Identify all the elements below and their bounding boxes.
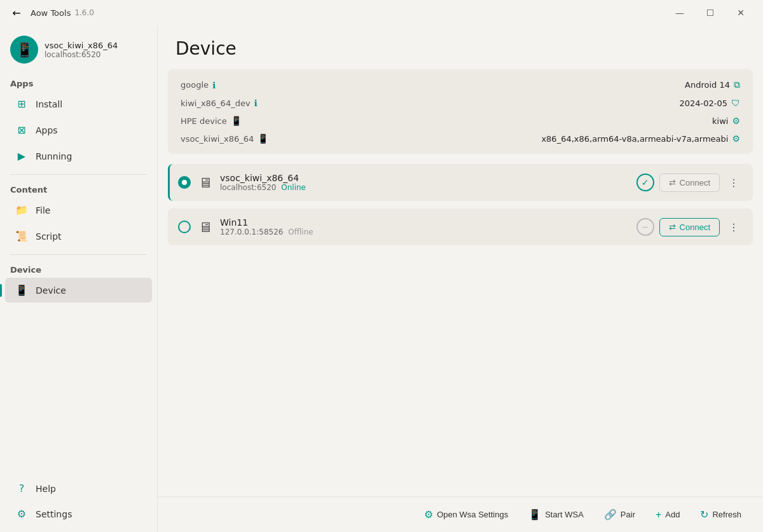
info-value-arch: x86_64,x86,arm64-v8a,armeabi-v7a,armeabi [541,134,728,144]
status-check-icon-device1: ✓ [636,174,654,191]
device-card-1-host: localhost:6520 Online [220,183,629,192]
device-card-1-name: vsoc_kiwi_x86_64 [220,173,629,183]
pair-button[interactable]: 🔗 Pair [595,503,644,526]
phone-icon-hpe: 📱 [231,116,242,126]
device-avatar-icon: 📱 [16,42,33,58]
pair-label: Pair [621,510,635,519]
app-version: 1.6.0 [74,8,94,17]
back-button[interactable]: ← [8,4,25,22]
content-section-header: Content [0,180,157,197]
info-label-vsoc: vsoc_kiwi_x86_64 [181,134,254,144]
sidebar-item-running[interactable]: ▶ Running [5,144,152,168]
add-button[interactable]: + Add [647,504,689,526]
pair-icon: 🔗 [604,508,617,521]
app-name: Aow Tools [31,8,71,18]
radio-button-device1[interactable] [178,176,191,189]
connect-button-device2[interactable]: ⇄ Connect [659,218,720,236]
script-icon: 📜 [15,230,28,242]
device-card-1-host-text: localhost:6520 [220,183,276,192]
avatar: 📱 [10,36,38,64]
bottom-toolbar: ⚙ Open Wsa Settings 📱 Start WSA 🔗 Pair +… [158,496,763,532]
open-wsa-settings-button[interactable]: ⚙ Open Wsa Settings [415,503,517,526]
start-wsa-icon: 📱 [528,508,541,521]
sidebar-item-install-label: Install [36,99,62,109]
maximize-button[interactable]: ☐ [696,3,725,23]
sidebar-item-file[interactable]: 📁 File [5,198,152,222]
monitor-icon-device1: 🖥 [198,175,212,191]
shield-icon[interactable]: 🛡 [731,98,740,108]
sidebar-item-device-label: Device [36,285,66,296]
phone-icon-vsoc: 📱 [258,133,268,144]
device-section-header: Device [0,260,157,277]
device-card-2-host-text: 127.0.0.1:58526 [220,228,283,236]
sidebar: 📱 vsoc_kiwi_x86_64 localhost:6520 Apps ⊞… [0,25,158,532]
connect-button-device1[interactable]: ⇄ Connect [659,174,720,192]
device-card-2-actions: − ⇄ Connect ⋮ [636,218,743,236]
page-header: Device [158,25,763,69]
sidebar-bottom: ? Help ⚙ Settings [0,475,157,527]
more-button-device1[interactable]: ⋮ [725,174,743,191]
device-card-1-actions: ✓ ⇄ Connect ⋮ [636,174,743,192]
more-button-device2[interactable]: ⋮ [725,218,743,236]
device-card-1[interactable]: 🖥 vsoc_kiwi_x86_64 localhost:6520 Online… [168,164,753,201]
minimize-button[interactable]: — [665,3,694,23]
wsa-settings-icon: ⚙ [424,508,433,521]
device-name: vsoc_kiwi_x86_64 [45,41,118,50]
info-row-2-right: 2024-02-05 🛡 [460,98,740,108]
connect-arrows-icon-device2: ⇄ [669,222,676,232]
sidebar-item-script[interactable]: 📜 Script [5,224,152,249]
device-host: localhost:6520 [45,50,118,59]
sidebar-item-apps-label: Apps [36,125,58,135]
device-card-2-details: Win11 127.0.0.1:58526 Offline [220,217,629,236]
app-body: 📱 vsoc_kiwi_x86_64 localhost:6520 Apps ⊞… [0,25,763,532]
main-content: Device google ℹ Android 14 ⧉ kiwi_x86_64… [158,25,763,532]
copy-icon-android[interactable]: ⧉ [734,79,740,90]
close-button[interactable]: ✕ [726,3,755,23]
refresh-label: Refresh [712,510,741,519]
info-row-3-left: HPE device 📱 [181,116,460,126]
open-wsa-settings-label: Open Wsa Settings [437,510,508,519]
device-card-2-host: 127.0.0.1:58526 Offline [220,228,629,236]
running-icon: ▶ [15,150,28,162]
start-wsa-button[interactable]: 📱 Start WSA [519,503,593,526]
status-minus-icon-device2: − [636,218,654,236]
apps-section-header: Apps [0,74,157,91]
sidebar-item-install[interactable]: ⊞ Install [5,92,152,116]
add-label: Add [665,510,680,519]
info-value-kiwi: kiwi [712,116,728,126]
device-card-2-name: Win11 [220,217,629,228]
sidebar-item-device[interactable]: 📱 Device [5,278,152,303]
refresh-icon: ↻ [700,508,708,521]
info-row-3-right: kiwi ⚙ [460,116,740,126]
titlebar: ← Aow Tools 1.6.0 — ☐ ✕ [0,0,763,25]
sidebar-item-apps[interactable]: ⊠ Apps [5,118,152,142]
sidebar-item-running-label: Running [36,151,72,161]
device-icon: 📱 [15,284,28,296]
sidebar-item-help[interactable]: ? Help [5,476,152,501]
gear-icon-kiwi[interactable]: ⚙ [732,116,740,126]
radio-button-device2[interactable] [178,221,191,233]
settings-icon-arch[interactable]: ⚙ [732,133,740,144]
add-icon: + [656,509,661,521]
window-controls: — ☐ ✕ [665,3,755,23]
info-row-1-right: Android 14 ⧉ [460,79,740,90]
connect-label-device1: Connect [680,178,710,188]
info-row-2-left: kiwi_x86_64_dev ℹ [181,98,460,108]
info-row-4-right: x86_64,x86,arm64-v8a,armeabi-v7a,armeabi… [460,133,740,144]
info-value-android: Android 14 [685,80,730,90]
connect-label-device2: Connect [680,222,710,232]
sidebar-item-script-label: Script [36,231,62,242]
connect-arrows-icon-device1: ⇄ [669,178,676,188]
back-icon: ← [12,7,20,19]
device-info: vsoc_kiwi_x86_64 localhost:6520 [45,41,118,59]
file-icon: 📁 [15,204,28,216]
settings-icon: ⚙ [15,508,28,520]
monitor-icon-device2: 🖥 [198,219,212,235]
sidebar-item-settings[interactable]: ⚙ Settings [5,501,152,526]
device-card-2[interactable]: 🖥 Win11 127.0.0.1:58526 Offline − ⇄ Conn… [168,208,753,245]
info-icon-kiwi-dev[interactable]: ℹ [254,98,258,108]
refresh-button[interactable]: ↻ Refresh [691,503,750,526]
info-icon-google[interactable]: ℹ [212,80,216,90]
start-wsa-label: Start WSA [545,510,584,519]
info-panel: google ℹ Android 14 ⧉ kiwi_x86_64_dev ℹ … [168,69,753,154]
